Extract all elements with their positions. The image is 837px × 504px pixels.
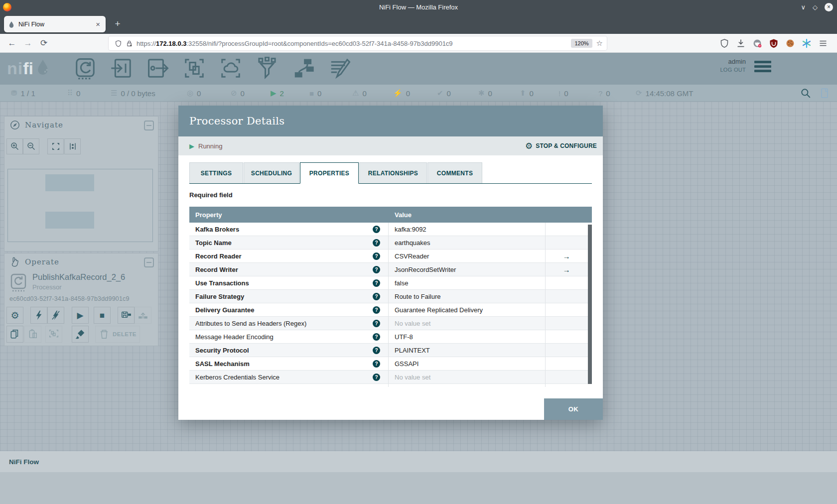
menu-icon[interactable] (818, 38, 828, 48)
zoom-in-button[interactable] (6, 138, 23, 154)
nifi-header: nifi admin LOG OUT (0, 53, 837, 85)
table-scrollbar[interactable] (588, 225, 592, 384)
close-window-icon[interactable]: × (825, 3, 833, 11)
forward-icon[interactable]: → (20, 36, 36, 50)
help-icon[interactable]: ? (373, 226, 380, 233)
reload-icon[interactable]: ⟳ (36, 36, 52, 50)
paste-button[interactable] (24, 326, 41, 343)
property-row: Kafka Brokers?kafka:9092 (189, 223, 592, 236)
tool-label[interactable] (328, 57, 351, 80)
help-icon[interactable]: ? (373, 360, 380, 368)
help-icon[interactable]: ? (373, 374, 380, 381)
ok-button[interactable]: OK (544, 398, 603, 420)
minimize-icon[interactable]: ∨ (801, 3, 806, 11)
property-value: false (395, 279, 408, 287)
cookie-icon[interactable] (785, 38, 795, 48)
bulletin-panel-icon[interactable] (819, 88, 830, 99)
stale-icon: ⬆ (520, 89, 526, 98)
logout-link[interactable]: LOG OUT (720, 67, 746, 73)
lock-icon[interactable] (124, 40, 135, 47)
maximize-icon[interactable]: ◇ (813, 3, 818, 11)
required-field-label: Required field (189, 191, 233, 199)
tool-processor[interactable] (74, 57, 97, 80)
help-icon[interactable]: ? (373, 387, 380, 387)
tab-settings[interactable]: SETTINGS (189, 162, 243, 183)
zoom-actual-button[interactable] (64, 138, 81, 154)
help-icon[interactable]: ? (373, 306, 380, 314)
minimap-processor (45, 212, 94, 229)
tool-process-group[interactable] (183, 57, 206, 80)
help-icon[interactable]: ? (373, 293, 380, 300)
property-value: Route to Failure (395, 293, 441, 300)
help-icon[interactable]: ? (373, 320, 380, 327)
help-icon[interactable]: ? (373, 279, 380, 287)
close-tab-icon[interactable]: × (94, 20, 102, 28)
shield-icon[interactable] (113, 40, 124, 47)
sync-failure-icon: ? (598, 89, 602, 98)
status-running: ▶2 (271, 85, 284, 102)
account-mask-icon[interactable] (752, 38, 762, 48)
help-icon[interactable]: ? (373, 347, 380, 354)
back-icon[interactable]: ← (4, 36, 20, 50)
status-queued: ☰0 / 0 bytes (111, 85, 155, 102)
help-icon[interactable]: ? (373, 266, 380, 273)
zoom-fit-button[interactable] (47, 138, 64, 154)
group-button[interactable] (45, 326, 62, 343)
url-bar[interactable]: https://172.18.0.3:32558/nifi/?processGr… (109, 36, 607, 50)
url-text[interactable]: https://172.18.0.3:32558/nifi/?processGr… (137, 40, 571, 47)
collapse-operate-icon[interactable] (144, 257, 154, 267)
bookmark-star-icon[interactable]: ☆ (596, 39, 603, 48)
search-icon[interactable] (800, 88, 811, 99)
threads-icon: ⠿ (67, 89, 73, 98)
breadcrumb[interactable]: NiFi Flow (9, 458, 39, 466)
start-button[interactable]: ▶ (72, 307, 89, 324)
property-value: No value set (395, 374, 430, 381)
collapse-navigate-icon[interactable] (144, 121, 154, 130)
zoom-level-badge[interactable]: 120% (571, 39, 592, 48)
stop-button[interactable]: ■ (94, 307, 111, 324)
goto-service-icon[interactable]: → (563, 252, 570, 260)
property-name: Kerberos Credentials Service (195, 374, 279, 381)
delete-button[interactable]: DELETE (95, 326, 140, 343)
protection-shield-icon[interactable] (719, 38, 729, 48)
new-tab-button[interactable]: + (111, 17, 125, 31)
tool-funnel[interactable] (256, 57, 279, 80)
status-sync-failure: ?0 (598, 85, 610, 102)
property-name: Message Header Encoding (195, 333, 274, 341)
download-icon[interactable] (736, 38, 746, 48)
extension-asterisk-icon[interactable] (802, 38, 812, 48)
dialog-header: Processor Details (178, 106, 603, 136)
stop-and-configure-button[interactable]: ⚙ STOP & CONFIGURE (525, 142, 597, 150)
tab-comments[interactable]: COMMENTS (427, 162, 482, 183)
tool-template[interactable] (292, 57, 315, 80)
property-value: UTF-8 (395, 333, 413, 341)
ublock-icon[interactable] (769, 38, 779, 48)
locally-modified-icon: ✱ (478, 89, 485, 98)
save-template-button[interactable] (118, 307, 135, 324)
birdseye-minimap[interactable] (7, 169, 153, 242)
tab-relationships[interactable]: RELATIONSHIPS (359, 162, 427, 183)
nifi-favicon (8, 21, 15, 28)
zoom-out-button[interactable] (23, 138, 39, 154)
color-button[interactable] (72, 326, 89, 343)
help-icon[interactable]: ? (373, 239, 380, 247)
tab-properties[interactable]: PROPERTIES (300, 162, 359, 184)
tool-output-port[interactable] (146, 57, 169, 80)
enable-button[interactable] (30, 307, 47, 324)
configure-button[interactable]: ⚙ (6, 307, 23, 324)
global-menu-icon[interactable] (754, 61, 771, 74)
configure-gear-icon: ⚙ (525, 142, 533, 150)
tool-input-port[interactable] (110, 57, 133, 80)
disable-button[interactable] (47, 307, 64, 324)
help-icon[interactable]: ? (373, 252, 380, 260)
property-name: Topic Name (195, 239, 232, 247)
upload-template-button[interactable] (135, 307, 151, 324)
minimap-processor (45, 174, 94, 191)
tool-remote-process-group[interactable] (219, 57, 242, 80)
help-icon[interactable]: ? (373, 333, 380, 341)
copy-button[interactable] (6, 326, 23, 343)
tab-scheduling[interactable]: SCHEDULING (244, 162, 299, 183)
property-name: Attributes to Send as Headers (Regex) (195, 320, 306, 327)
goto-service-icon[interactable]: → (563, 265, 570, 274)
browser-tab[interactable]: NiFi Flow × (4, 16, 106, 32)
